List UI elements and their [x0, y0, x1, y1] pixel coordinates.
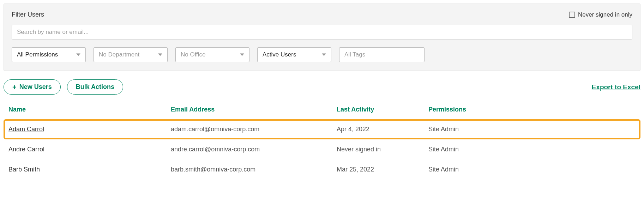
user-name-link[interactable]: Andre Carrol: [8, 146, 44, 153]
never-signed-in-checkbox[interactable]: Never signed in only: [569, 11, 632, 18]
user-permissions-cell: Site Admin: [428, 166, 492, 173]
tags-input[interactable]: [339, 47, 425, 62]
user-activity-cell: Mar 25, 2022: [337, 166, 428, 173]
user-email-cell: andre.carrol@omniva-corp.com: [171, 146, 337, 153]
column-header-activity[interactable]: Last Activity: [337, 106, 428, 113]
table-header: Name Email Address Last Activity Permiss…: [4, 103, 640, 119]
table-body: Adam Carroladam.carrol@omniva-corp.comAp…: [4, 119, 640, 180]
user-permissions-cell: Site Admin: [428, 146, 492, 153]
checkbox-icon: [569, 12, 575, 18]
filter-header: Filter Users Never signed in only: [12, 11, 632, 18]
table-row: Andre Carrolandre.carrol@omniva-corp.com…: [4, 139, 640, 159]
chevron-down-icon: [322, 54, 326, 56]
user-activity-cell: Never signed in: [337, 146, 428, 153]
users-table: Name Email Address Last Activity Permiss…: [4, 103, 640, 180]
chevron-down-icon: [76, 54, 80, 56]
user-name-cell: Andre Carrol: [8, 146, 171, 153]
office-select[interactable]: No Office: [175, 47, 249, 62]
chevron-down-icon: [158, 54, 162, 56]
permissions-select-label: All Permissions: [17, 51, 58, 58]
user-permissions-cell: Site Admin: [428, 126, 492, 133]
user-name-link[interactable]: Barb Smith: [8, 166, 40, 173]
department-select[interactable]: No Department: [94, 47, 168, 62]
bulk-actions-label: Bulk Actions: [76, 83, 114, 91]
status-select[interactable]: Active Users: [257, 47, 331, 62]
user-activity-cell: Apr 4, 2022: [337, 126, 428, 133]
column-header-name[interactable]: Name: [8, 106, 171, 113]
filter-panel: Filter Users Never signed in only All Pe…: [4, 4, 640, 71]
status-select-label: Active Users: [263, 51, 296, 58]
user-name-link[interactable]: Adam Carrol: [8, 126, 44, 133]
chevron-down-icon: [240, 54, 244, 56]
search-input[interactable]: [12, 25, 632, 40]
office-select-label: No Office: [181, 51, 206, 58]
actions-row: + New Users Bulk Actions Export to Excel: [4, 79, 640, 95]
new-users-label: New Users: [19, 83, 52, 91]
table-row: Adam Carroladam.carrol@omniva-corp.comAp…: [4, 119, 640, 139]
new-users-button[interactable]: + New Users: [4, 79, 61, 95]
filter-row: All Permissions No Department No Office …: [12, 47, 632, 62]
user-name-cell: Adam Carrol: [8, 126, 171, 133]
user-email-cell: barb.smith@omniva-corp.com: [171, 166, 337, 173]
table-row: Barb Smithbarb.smith@omniva-corp.comMar …: [4, 159, 640, 180]
never-signed-in-label: Never signed in only: [578, 11, 632, 18]
column-header-email[interactable]: Email Address: [171, 106, 337, 113]
export-to-excel-link[interactable]: Export to Excel: [592, 83, 640, 91]
filter-title: Filter Users: [12, 11, 44, 18]
plus-icon: +: [12, 84, 17, 91]
bulk-actions-button[interactable]: Bulk Actions: [67, 79, 123, 95]
user-name-cell: Barb Smith: [8, 166, 171, 173]
permissions-select[interactable]: All Permissions: [12, 47, 86, 62]
column-header-permissions[interactable]: Permissions: [428, 106, 492, 113]
user-email-cell: adam.carrol@omniva-corp.com: [171, 126, 337, 133]
department-select-label: No Department: [99, 51, 139, 58]
